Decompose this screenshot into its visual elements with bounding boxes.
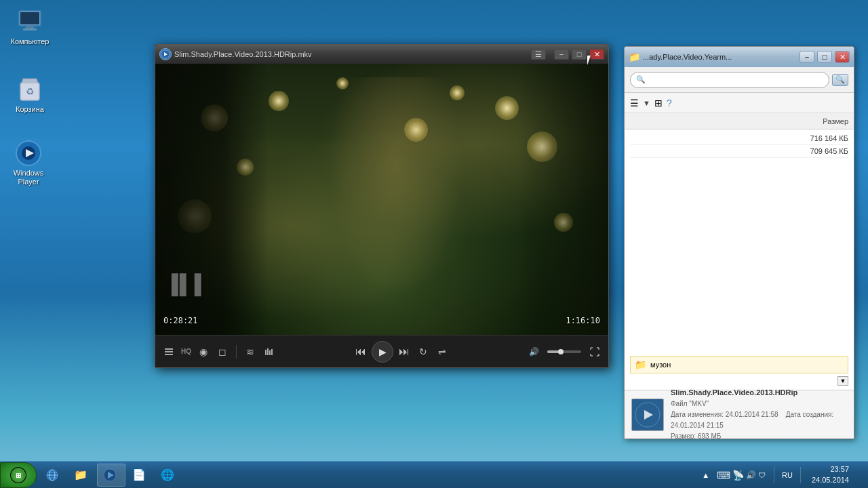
network-tray-icon[interactable]: 📡 <box>732 470 744 481</box>
system-tray: ▲ ⌨ 📡 🔊 🛡 RU 23:57 24.05.2014 <box>694 462 868 488</box>
explorer-maximize-btn[interactable]: □ <box>817 51 832 63</box>
view-split-icon[interactable]: ⊞ <box>654 98 663 108</box>
explorer-minimize-btn[interactable]: − <box>800 51 814 63</box>
taskbar-app-explorer[interactable]: 📁 <box>68 464 96 487</box>
timestamp-current: 0:28:21 <box>163 316 198 325</box>
windows-player-icon-label: Windows Player <box>14 169 44 186</box>
system-clock[interactable]: 23:57 24.05.2014 <box>806 464 854 485</box>
taskbar-apps: 📁 📄 🌐 <box>39 462 694 488</box>
view-details-btn[interactable]: ▼ <box>643 99 650 107</box>
desktop-icon-computer[interactable]: Компьютер <box>5 5 54 49</box>
explorer-icon: 📁 <box>74 468 87 482</box>
svg-rect-19 <box>271 349 273 355</box>
taskbar: ⊞ 📁 <box>0 461 868 488</box>
explorer-file-list: 716 164 КБ 709 645 КБ <box>625 129 854 349</box>
explorer-search-box[interactable]: 🔍 <box>630 72 829 88</box>
recycle-icon-label: Корзина <box>16 105 44 114</box>
notepad-icon: 📄 <box>132 468 146 482</box>
player-playlist-btn[interactable]: ☰ <box>531 49 546 60</box>
file-row[interactable]: 716 164 КБ <box>630 132 848 145</box>
file-row[interactable]: 709 645 КБ <box>630 145 848 158</box>
help-icon[interactable]: ? <box>667 98 672 108</box>
player-minimize-btn[interactable]: − <box>554 49 569 60</box>
svg-rect-17 <box>267 348 269 355</box>
play-pause-btn[interactable]: ▶ <box>372 341 393 363</box>
separator <box>236 345 237 359</box>
clock-date: 24.05.2014 <box>812 475 849 485</box>
taskbar-app-mediaplayer[interactable] <box>97 464 125 487</box>
player-title: Slim.Shady.Place.Video.2013.HDRip.mkv <box>174 50 528 58</box>
desktop-icon-windows-player[interactable]: Windows Player <box>4 137 53 189</box>
menu-icon[interactable] <box>161 344 177 360</box>
prev-btn[interactable]: ⏮ <box>353 344 369 360</box>
svg-rect-14 <box>165 351 173 352</box>
folder-item[interactable]: 📁 музон <box>630 356 848 373</box>
ie-icon <box>45 468 59 482</box>
video-frame: ▐▌▌ 0:28:21 1:16:10 <box>155 64 608 335</box>
video-watermark: ▐▌▌ <box>165 274 210 296</box>
keyboard-tray-icon[interactable]: ⌨ <box>717 470 730 481</box>
repeat-btn[interactable]: ↻ <box>415 344 431 360</box>
file-dates: Дата изменения: 24.01.2014 21:58 Дата со… <box>671 409 847 431</box>
player-logo <box>159 48 172 60</box>
svg-rect-1 <box>20 12 39 24</box>
volume-slider[interactable] <box>547 350 581 353</box>
taskbar-app-ie[interactable] <box>40 464 67 487</box>
player-titlebar: Slim.Shady.Place.Video.2013.HDRip.mkv ☰ … <box>155 45 608 64</box>
file-details: Slim.Shady.Place.Video.2013.HDRip Файл "… <box>671 387 847 443</box>
desktop-icon-recycle[interactable]: ♻ Корзина <box>5 73 54 117</box>
tray-separator2 <box>800 467 801 483</box>
expand-btn[interactable]: ▼ <box>837 376 848 386</box>
subtitle-icon[interactable]: ◻ <box>214 344 231 360</box>
explorer-close-btn[interactable]: ✕ <box>835 51 850 63</box>
player-close-btn[interactable]: ✕ <box>589 49 604 60</box>
volume-thumb <box>558 349 564 354</box>
player-maximize-btn[interactable]: □ <box>572 49 587 60</box>
next-btn[interactable]: ⏭ <box>396 344 412 360</box>
shuffle-btn[interactable]: ⇌ <box>434 344 450 360</box>
bokeh-light <box>495 96 519 120</box>
fullscreen-btn[interactable] <box>587 344 603 360</box>
explorer-column-header: Размер <box>625 113 854 129</box>
size-column-header: Размер <box>823 117 848 125</box>
radio-icon[interactable]: ◉ <box>195 344 212 360</box>
show-desktop-btn[interactable] <box>857 462 863 488</box>
file-size-2: 709 645 КБ <box>794 147 848 155</box>
language-indicator[interactable]: RU <box>780 470 795 481</box>
svg-rect-15 <box>165 354 173 355</box>
file-type: Файл "MKV" <box>671 399 847 409</box>
file-name: Slim.Shady.Place.Video.2013.HDRip <box>671 387 847 399</box>
folder-area: 📁 музон ▼ <box>625 349 854 390</box>
equalizer-icon[interactable]: ≋ <box>242 344 258 360</box>
explorer-window: 📁 ...ady.Place.Video.Yearm... − □ ✕ 🔍 🔍 … <box>624 46 854 439</box>
taskbar-app-browser2[interactable]: 🌐 <box>155 464 182 487</box>
view-list-icon[interactable]: ☰ <box>630 98 639 108</box>
video-area[interactable]: ▐▌▌ 0:28:21 1:16:10 <box>155 64 608 335</box>
folder-icon: 📁 <box>635 359 646 370</box>
svg-rect-2 <box>26 26 34 28</box>
volume-tray-icon[interactable]: 🔊 <box>746 470 756 480</box>
start-button[interactable]: ⊞ <box>0 462 37 488</box>
date-modified: 24.01.2014 21:58 <box>726 411 778 418</box>
timestamp-total: 1:16:10 <box>566 316 600 325</box>
svg-text:♻: ♻ <box>26 86 35 97</box>
explorer-toolbar: 🔍 🔍 <box>625 67 854 93</box>
browser2-icon: 🌐 <box>161 468 174 482</box>
tray-expand-btn[interactable]: ▲ <box>700 470 711 481</box>
file-size-info: Размер: 693 МБ <box>671 431 847 442</box>
update-tray-icon[interactable]: 🛡 <box>758 471 766 479</box>
dark-figure-right <box>517 64 608 335</box>
explorer-search-btn[interactable]: 🔍 <box>832 74 848 86</box>
file-info-panel: Slim.Shady.Place.Video.2013.HDRip Файл "… <box>625 390 854 439</box>
date-created: 24.01.2014 21:15 <box>671 422 724 429</box>
volume-icon[interactable]: 🔊 <box>526 344 542 360</box>
bars-icon[interactable] <box>261 344 277 360</box>
windows-player-icon <box>15 140 42 167</box>
svg-rect-18 <box>269 350 271 355</box>
tray-separator <box>774 467 774 483</box>
hq-label[interactable]: HQ <box>180 348 193 355</box>
computer-icon-label: Компьютер <box>11 37 50 46</box>
explorer-toolbar2: ☰ ▼ ⊞ ? <box>625 93 854 113</box>
folder-label: музон <box>650 361 671 369</box>
taskbar-app-notepad[interactable]: 📄 <box>127 464 154 487</box>
